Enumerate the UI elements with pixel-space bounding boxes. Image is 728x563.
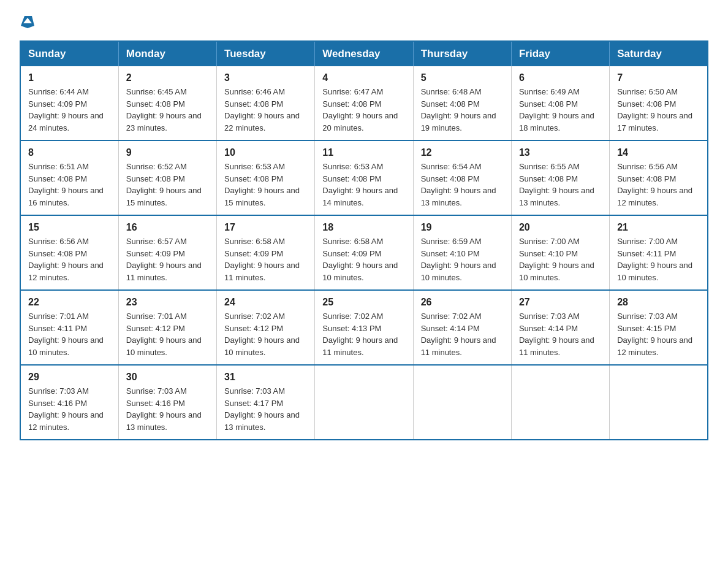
day-info: Sunrise: 6:59 AMSunset: 4:10 PMDaylight:… [421,237,496,282]
calendar-cell: 4 Sunrise: 6:47 AMSunset: 4:08 PMDayligh… [315,66,413,140]
day-number: 22 [28,297,111,308]
calendar-cell: 19 Sunrise: 6:59 AMSunset: 4:10 PMDaylig… [413,215,511,290]
day-info: Sunrise: 6:51 AMSunset: 4:08 PMDaylight:… [28,162,104,207]
day-number: 24 [224,297,307,308]
day-header-tuesday: Tuesday [217,41,315,66]
day-number: 14 [617,147,700,158]
day-info: Sunrise: 7:00 AMSunset: 4:10 PMDaylight:… [519,237,594,282]
calendar-cell: 2 Sunrise: 6:45 AMSunset: 4:08 PMDayligh… [118,66,216,140]
day-info: Sunrise: 7:01 AMSunset: 4:12 PMDaylight:… [126,312,202,357]
calendar-cell: 30 Sunrise: 7:03 AMSunset: 4:16 PMDaylig… [118,365,216,440]
logo [20,15,34,31]
day-number: 5 [421,72,504,83]
calendar-cell [315,365,413,440]
calendar-cell: 9 Sunrise: 6:52 AMSunset: 4:08 PMDayligh… [118,140,216,215]
day-number: 27 [519,297,602,308]
calendar-week-row: 22 Sunrise: 7:01 AMSunset: 4:11 PMDaylig… [20,290,708,365]
calendar-cell: 3 Sunrise: 6:46 AMSunset: 4:08 PMDayligh… [217,66,315,140]
day-info: Sunrise: 7:03 AMSunset: 4:16 PMDaylight:… [28,386,104,432]
calendar-cell: 21 Sunrise: 7:00 AMSunset: 4:11 PMDaylig… [610,215,708,290]
day-number: 1 [28,72,111,83]
calendar-cell [511,365,609,440]
calendar-cell: 1 Sunrise: 6:44 AMSunset: 4:09 PMDayligh… [20,66,118,140]
day-number: 11 [322,147,405,158]
day-number: 9 [126,147,209,158]
calendar-week-row: 8 Sunrise: 6:51 AMSunset: 4:08 PMDayligh… [20,140,708,215]
calendar-cell [413,365,511,440]
calendar-cell: 20 Sunrise: 7:00 AMSunset: 4:10 PMDaylig… [511,215,609,290]
calendar-cell: 17 Sunrise: 6:58 AMSunset: 4:09 PMDaylig… [217,215,315,290]
day-header-thursday: Thursday [413,41,511,66]
day-number: 3 [224,72,307,83]
day-number: 31 [224,372,307,383]
day-info: Sunrise: 6:58 AMSunset: 4:09 PMDaylight:… [224,237,300,282]
day-number: 4 [322,72,405,83]
day-number: 23 [126,297,209,308]
calendar-cell: 26 Sunrise: 7:02 AMSunset: 4:14 PMDaylig… [413,290,511,365]
calendar-cell: 29 Sunrise: 7:03 AMSunset: 4:16 PMDaylig… [20,365,118,440]
calendar-cell: 8 Sunrise: 6:51 AMSunset: 4:08 PMDayligh… [20,140,118,215]
day-number: 26 [421,297,504,308]
day-info: Sunrise: 6:58 AMSunset: 4:09 PMDaylight:… [322,237,398,282]
calendar-cell: 13 Sunrise: 6:55 AMSunset: 4:08 PMDaylig… [511,140,609,215]
day-number: 12 [421,147,504,158]
day-header-friday: Friday [511,41,609,66]
day-info: Sunrise: 6:56 AMSunset: 4:08 PMDaylight:… [28,237,104,282]
day-header-monday: Monday [118,41,216,66]
day-info: Sunrise: 6:56 AMSunset: 4:08 PMDaylight:… [617,162,692,207]
logo-arrow-icon [21,15,34,28]
day-number: 30 [126,372,209,383]
day-info: Sunrise: 6:50 AMSunset: 4:08 PMDaylight:… [617,87,692,132]
calendar-cell: 12 Sunrise: 6:54 AMSunset: 4:08 PMDaylig… [413,140,511,215]
day-info: Sunrise: 6:47 AMSunset: 4:08 PMDaylight:… [322,87,398,132]
day-info: Sunrise: 6:54 AMSunset: 4:08 PMDaylight:… [421,162,496,207]
day-number: 8 [28,147,111,158]
day-number: 2 [126,72,209,83]
day-info: Sunrise: 6:53 AMSunset: 4:08 PMDaylight:… [224,162,300,207]
day-info: Sunrise: 6:53 AMSunset: 4:08 PMDaylight:… [322,162,398,207]
calendar-cell: 25 Sunrise: 7:02 AMSunset: 4:13 PMDaylig… [315,290,413,365]
day-info: Sunrise: 6:55 AMSunset: 4:08 PMDaylight:… [519,162,594,207]
calendar-cell: 10 Sunrise: 6:53 AMSunset: 4:08 PMDaylig… [217,140,315,215]
day-info: Sunrise: 6:48 AMSunset: 4:08 PMDaylight:… [421,87,496,132]
calendar-week-row: 1 Sunrise: 6:44 AMSunset: 4:09 PMDayligh… [20,66,708,140]
day-info: Sunrise: 7:03 AMSunset: 4:15 PMDaylight:… [617,312,692,357]
page-header [20,15,708,31]
calendar-cell: 22 Sunrise: 7:01 AMSunset: 4:11 PMDaylig… [20,290,118,365]
day-number: 20 [519,222,602,233]
day-number: 13 [519,147,602,158]
day-number: 7 [617,72,700,83]
calendar-cell: 15 Sunrise: 6:56 AMSunset: 4:08 PMDaylig… [20,215,118,290]
calendar-week-row: 15 Sunrise: 6:56 AMSunset: 4:08 PMDaylig… [20,215,708,290]
day-number: 18 [322,222,405,233]
calendar-cell: 18 Sunrise: 6:58 AMSunset: 4:09 PMDaylig… [315,215,413,290]
calendar-cell: 16 Sunrise: 6:57 AMSunset: 4:09 PMDaylig… [118,215,216,290]
day-number: 21 [617,222,700,233]
calendar-cell: 28 Sunrise: 7:03 AMSunset: 4:15 PMDaylig… [610,290,708,365]
day-header-wednesday: Wednesday [315,41,413,66]
day-info: Sunrise: 7:03 AMSunset: 4:17 PMDaylight:… [224,386,300,432]
day-info: Sunrise: 6:52 AMSunset: 4:08 PMDaylight:… [126,162,202,207]
day-info: Sunrise: 6:57 AMSunset: 4:09 PMDaylight:… [126,237,202,282]
calendar-header-row: SundayMondayTuesdayWednesdayThursdayFrid… [20,41,708,66]
day-info: Sunrise: 7:02 AMSunset: 4:12 PMDaylight:… [224,312,300,357]
day-number: 25 [322,297,405,308]
calendar-cell: 24 Sunrise: 7:02 AMSunset: 4:12 PMDaylig… [217,290,315,365]
day-number: 15 [28,222,111,233]
calendar-cell: 27 Sunrise: 7:03 AMSunset: 4:14 PMDaylig… [511,290,609,365]
calendar-cell: 11 Sunrise: 6:53 AMSunset: 4:08 PMDaylig… [315,140,413,215]
calendar-cell [610,365,708,440]
day-number: 19 [421,222,504,233]
day-info: Sunrise: 7:01 AMSunset: 4:11 PMDaylight:… [28,312,104,357]
day-info: Sunrise: 7:03 AMSunset: 4:16 PMDaylight:… [126,386,202,432]
calendar-cell: 23 Sunrise: 7:01 AMSunset: 4:12 PMDaylig… [118,290,216,365]
day-number: 28 [617,297,700,308]
day-info: Sunrise: 6:46 AMSunset: 4:08 PMDaylight:… [224,87,300,132]
day-number: 6 [519,72,602,83]
day-info: Sunrise: 7:02 AMSunset: 4:13 PMDaylight:… [322,312,398,357]
day-info: Sunrise: 6:44 AMSunset: 4:09 PMDaylight:… [28,87,104,132]
day-info: Sunrise: 6:49 AMSunset: 4:08 PMDaylight:… [519,87,594,132]
calendar-week-row: 29 Sunrise: 7:03 AMSunset: 4:16 PMDaylig… [20,365,708,440]
calendar-cell: 5 Sunrise: 6:48 AMSunset: 4:08 PMDayligh… [413,66,511,140]
day-info: Sunrise: 7:03 AMSunset: 4:14 PMDaylight:… [519,312,594,357]
